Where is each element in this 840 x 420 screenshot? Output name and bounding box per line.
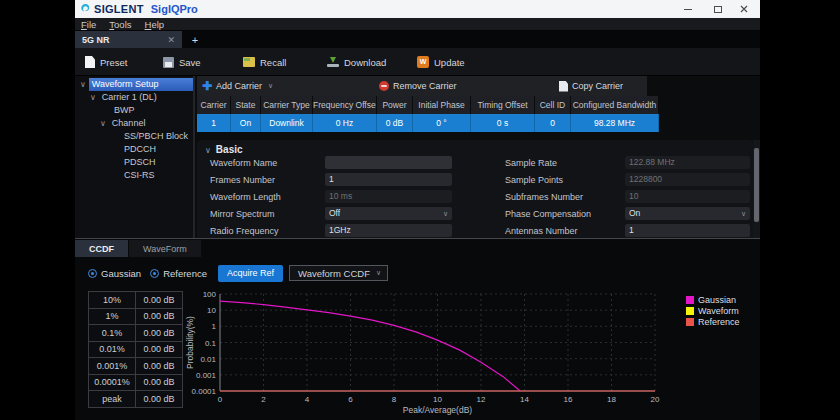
tree-item-channel[interactable]: ∨Channel: [100, 117, 148, 130]
carrier-table-cell[interactable]: Downlink: [261, 114, 313, 132]
gaussian-radio[interactable]: [88, 269, 97, 278]
carrier-table-header-cell: Timing Offset: [471, 96, 535, 114]
legend-label: Gaussian: [698, 295, 736, 305]
carrier-table: CarrierStateCarrier TypeFrequency Offset…: [197, 96, 659, 132]
legend-item-reference: Reference: [686, 316, 740, 327]
update-button[interactable]: WUpdate: [417, 48, 465, 76]
menu-item-help[interactable]: Help: [145, 19, 165, 30]
basic-field-row: Waveform Length10 ms: [210, 188, 470, 205]
chevron-down-icon[interactable]: ∨: [268, 82, 273, 90]
copy-carrier-button[interactable]: Copy Carrier: [559, 76, 623, 96]
carrier-table-header-cell: Initial Phase: [413, 96, 471, 114]
basic-field-input-waveform-name[interactable]: [325, 156, 452, 169]
svg-text:8: 8: [392, 395, 397, 404]
svg-text:20: 20: [651, 395, 660, 404]
add-carrier-button[interactable]: ✚Add Carrier∨: [202, 76, 273, 96]
basic-field-label: Phase Compensation: [505, 209, 591, 219]
tree-item-label: CSI-RS: [121, 169, 158, 182]
tree-item-csi-rs[interactable]: CSI-RS: [110, 169, 158, 182]
carrier-table-header-cell: Frequency Offset: [313, 96, 377, 114]
basic-field-select-phase-compensation[interactable]: On∨: [625, 207, 750, 220]
floppy-icon: [163, 57, 174, 68]
chevron-down-icon[interactable]: ∨: [100, 119, 106, 128]
remove-carrier-icon: [379, 81, 389, 91]
tab-5g-nr[interactable]: 5G NR ✕: [75, 31, 182, 48]
stats-value-cell: 0.00 dB: [136, 374, 183, 391]
waveform-ccdf-dropdown[interactable]: Waveform CCDF ∨: [289, 265, 388, 281]
action-button-label: Remove Carrier: [393, 81, 457, 91]
carrier-table-cell[interactable]: 1: [197, 114, 231, 132]
toolbar-button-label: Preset: [100, 57, 127, 68]
basic-scrollbar[interactable]: [753, 140, 760, 238]
basic-field-input-frames-number[interactable]: 1: [325, 173, 452, 186]
svg-text:10: 10: [207, 306, 216, 315]
carrier-table-row[interactable]: 1OnDownlink0 Hz0 dB0 °0 s098.28 MHz: [197, 114, 659, 132]
close-button[interactable]: [732, 0, 756, 18]
tree-item-pdcch[interactable]: PDCCH: [110, 143, 159, 156]
tab-waveform[interactable]: WaveForm: [129, 240, 201, 257]
tab-label: 5G NR: [82, 35, 110, 45]
tree-item-label: Waveform Setup: [89, 78, 193, 91]
carrier-table-cell[interactable]: 0 dB: [377, 114, 413, 132]
minimize-button[interactable]: [676, 0, 700, 18]
tree-item-ss-pbch-block[interactable]: SS/PBCH Block: [110, 130, 191, 143]
stats-row: 0.1%0.00 dB: [89, 325, 183, 342]
basic-field-label: Sample Rate: [505, 158, 557, 168]
chevron-down-icon[interactable]: ∨: [90, 93, 96, 102]
carrier-table-cell[interactable]: On: [231, 114, 261, 132]
legend-swatch: [686, 307, 694, 315]
new-tab-button[interactable]: +: [182, 31, 208, 48]
legend-swatch: [686, 296, 694, 304]
svg-text:18: 18: [607, 395, 616, 404]
tab-bar: 5G NR ✕ +: [75, 31, 760, 48]
carrier-table-cell[interactable]: 0 s: [471, 114, 535, 132]
ccdf-stats-table: 10%0.00 dB1%0.00 dB0.1%0.00 dB0.01%0.00 …: [88, 291, 183, 408]
menu-item-tools[interactable]: Tools: [109, 19, 131, 30]
recall-button[interactable]: Recall: [243, 48, 286, 76]
legend-label: Reference: [698, 317, 740, 327]
carrier-table-header-cell: Carrier Type: [261, 96, 313, 114]
carrier-table-cell[interactable]: 0 Hz: [313, 114, 377, 132]
tree-item-bwp[interactable]: BWP: [100, 104, 138, 117]
basic-field-select-mirror-spectrum[interactable]: Off∨: [325, 207, 452, 220]
tree-item-pdsch[interactable]: PDSCH: [110, 156, 159, 169]
plus-icon: +: [192, 34, 198, 46]
carrier-table-cell[interactable]: 0: [535, 114, 571, 132]
svg-text:Peak/Average(dB): Peak/Average(dB): [403, 405, 472, 415]
stats-row: peak0.00 dB: [89, 391, 183, 408]
stats-percent-cell: 10%: [89, 292, 136, 309]
svg-text:0.0001: 0.0001: [192, 387, 217, 396]
maximize-button[interactable]: [706, 0, 730, 18]
tree-item-carrier-1-dl-[interactable]: ∨Carrier 1 (DL): [90, 91, 160, 104]
carrier-table-cell[interactable]: 0 °: [413, 114, 471, 132]
action-button-label: Add Carrier: [216, 81, 262, 91]
basic-field-input-sample-points: 1228800: [625, 173, 750, 186]
basic-field-input-radio-frequency[interactable]: 1GHz: [325, 224, 452, 237]
siglent-logo-icon: [79, 3, 91, 15]
chevron-down-icon[interactable]: ∨: [80, 80, 86, 89]
dropdown-label: Waveform CCDF: [298, 268, 370, 279]
tree-item-label: SS/PBCH Block: [121, 130, 191, 143]
stats-row: 0.0001%0.00 dB: [89, 374, 183, 391]
remove-carrier-button[interactable]: Remove Carrier: [379, 76, 457, 96]
main-area: ∨Waveform Setup∨Carrier 1 (DL)BWP∨Channe…: [75, 76, 760, 238]
carrier-table-cell[interactable]: 98.28 MHz: [571, 114, 659, 132]
menu-item-file[interactable]: File: [81, 19, 96, 30]
tab-close-icon[interactable]: ✕: [167, 35, 175, 45]
scrollbar-thumb[interactable]: [754, 148, 759, 222]
reference-radio[interactable]: [150, 269, 159, 278]
svg-text:12: 12: [477, 395, 486, 404]
save-button[interactable]: Save: [163, 48, 201, 76]
main-toolbar: PresetSaveRecallDownloadWUpdate: [75, 48, 760, 76]
acquire-ref-button[interactable]: Acquire Ref: [218, 265, 283, 282]
tree-item-label: Channel: [109, 117, 149, 130]
minimize-icon: [684, 9, 692, 10]
stats-value-cell: 0.00 dB: [136, 292, 183, 309]
basic-field-input-antennas-number[interactable]: 1: [625, 224, 750, 237]
preset-button[interactable]: Preset: [85, 48, 127, 76]
download-button[interactable]: Download: [327, 48, 386, 76]
tree-item-waveform-setup[interactable]: ∨Waveform Setup: [80, 78, 193, 91]
svg-text:Probability(%): Probability(%): [185, 316, 195, 369]
tab-ccdf[interactable]: CCDF: [75, 240, 128, 257]
bottom-tab-bar: CCDFWaveForm: [75, 240, 202, 257]
